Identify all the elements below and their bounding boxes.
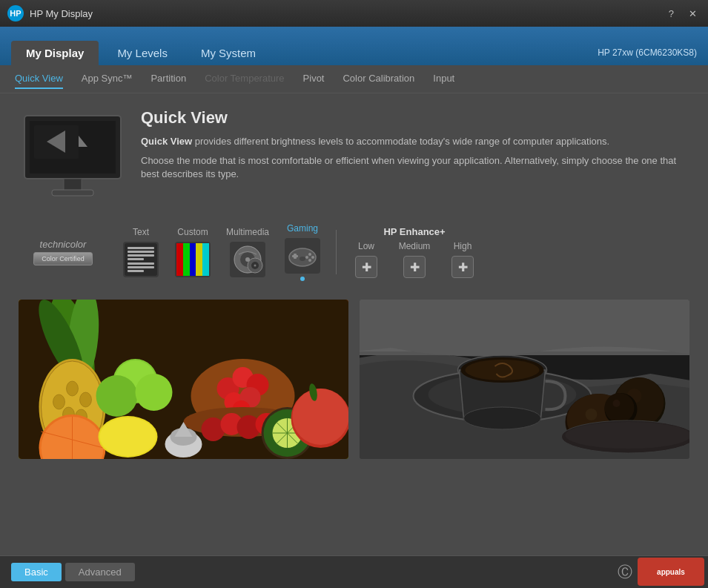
svg-point-19: [305, 256, 308, 259]
custom-mode-icon: [175, 242, 211, 277]
svg-point-84: [566, 422, 690, 449]
color-preview-image: [19, 300, 348, 459]
svg-point-71: [464, 407, 541, 429]
help-button[interactable]: ?: [665, 7, 678, 21]
nav-tab-my-system[interactable]: My System: [186, 41, 271, 65]
tab-color-temp: Color Temperature: [205, 69, 284, 89]
svg-point-20: [300, 257, 305, 261]
nav-bar: My Display My Levels My System HP 27xw (…: [0, 27, 708, 65]
technicolor-label: technicolor: [40, 239, 87, 250]
svg-point-65: [293, 389, 349, 445]
mode-gaming[interactable]: Gaming: [277, 219, 328, 285]
svg-point-34: [96, 375, 138, 417]
nav-tab-my-levels[interactable]: My Levels: [102, 41, 182, 65]
enhance-high-label: High: [454, 241, 472, 251]
svg-point-82: [613, 400, 621, 407]
mode-row: technicolor Color Certified Text: [19, 219, 689, 285]
quick-view-desc1: Quick View provides different brightness…: [141, 135, 689, 148]
gaming-mode-icon: [285, 238, 320, 274]
title-bar: HP HP My Display ? ✕: [0, 0, 708, 27]
svg-point-29: [80, 392, 92, 407]
monitor-model: HP 27xw (6CM6230KS8): [598, 47, 697, 65]
text-mode-icon: [123, 242, 159, 277]
svg-point-81: [605, 393, 635, 423]
enhance-medium: Medium ✚: [392, 241, 437, 278]
title-bar-controls: ? ✕: [665, 7, 701, 21]
hp-logo: HP: [7, 5, 24, 22]
mode-gaming-label: Gaming: [287, 223, 318, 234]
sub-tab-bar: Quick View App Sync™ Partition Color Tem…: [0, 65, 708, 93]
tab-input[interactable]: Input: [433, 69, 454, 89]
svg-point-28: [53, 394, 65, 409]
bottom-bar: Basic Advanced Ⓒ ✱ appuals: [0, 555, 708, 588]
quick-view-desc2: Choose the mode that is most comfortable…: [141, 154, 689, 181]
tab-partition[interactable]: Partition: [150, 69, 186, 89]
svg-point-18: [308, 259, 311, 262]
svg-rect-15: [294, 254, 297, 259]
app-title: HP My Display: [30, 8, 93, 19]
mode-separator: [336, 230, 337, 274]
tab-app-sync[interactable]: App Sync™: [82, 69, 133, 89]
tab-color-calibration[interactable]: Color Calibration: [343, 69, 414, 89]
nav-tab-my-display[interactable]: My Display: [11, 41, 99, 65]
image-row: [19, 300, 689, 459]
hp-enhance-section: HP Enhance+ Low ✚ Medium ✚ High ✚: [344, 226, 485, 278]
enhance-high-button[interactable]: ✚: [451, 256, 474, 278]
dollar-icon[interactable]: Ⓒ: [618, 562, 632, 582]
nav-tabs: My Display My Levels My System: [11, 41, 271, 65]
hp-enhance-items: Low ✚ Medium ✚ High ✚: [344, 241, 485, 278]
grey-preview-image: [360, 300, 689, 459]
mode-custom[interactable]: Custom: [167, 223, 219, 281]
basic-button[interactable]: Basic: [11, 563, 62, 581]
enhance-medium-label: Medium: [399, 241, 431, 251]
svg-point-53: [100, 417, 156, 456]
mode-multimedia-label: Multimedia: [226, 227, 269, 237]
quick-view-text: Quick View Quick View provides different…: [141, 108, 689, 205]
svg-point-16: [308, 253, 311, 256]
svg-point-12: [254, 265, 257, 267]
technicolor-badge: Color Certified: [33, 252, 93, 265]
advanced-button[interactable]: Advanced: [65, 563, 135, 581]
close-button[interactable]: ✕: [685, 7, 701, 21]
enhance-high: High ✚: [440, 241, 485, 278]
quick-view-title: Quick View: [141, 108, 689, 128]
svg-point-35: [136, 374, 173, 411]
technicolor-block: technicolor Color Certified: [26, 239, 100, 265]
svg-point-17: [311, 256, 314, 259]
tab-quick-view[interactable]: Quick View: [15, 69, 63, 89]
svg-rect-4: [52, 190, 93, 196]
active-mode-dot: [300, 277, 305, 281]
multimedia-mode-icon: [230, 242, 265, 277]
enhance-low-button[interactable]: ✚: [355, 256, 377, 278]
hp-enhance-label: HP Enhance+: [383, 226, 445, 237]
bottom-left: Basic Advanced: [11, 563, 135, 581]
mode-custom-label: Custom: [177, 227, 208, 237]
mode-text[interactable]: Text: [115, 223, 167, 281]
main-content: Quick View Quick View provides different…: [0, 93, 708, 555]
enhance-low: Low ✚: [344, 241, 388, 278]
tab-pivot[interactable]: Pivot: [303, 69, 325, 89]
enhance-medium-button[interactable]: ✚: [403, 256, 426, 278]
monitor-image: [19, 108, 126, 205]
svg-point-27: [67, 381, 79, 396]
mode-text-label: Text: [133, 227, 149, 237]
enhance-low-label: Low: [358, 241, 374, 251]
mode-multimedia[interactable]: Multimedia: [219, 223, 277, 281]
quick-view-header: Quick View Quick View provides different…: [19, 108, 689, 205]
svg-rect-3: [64, 179, 82, 191]
title-bar-left: HP HP My Display: [7, 5, 93, 22]
appuals-badge: appuals: [638, 558, 704, 586]
svg-point-76: [586, 409, 598, 420]
